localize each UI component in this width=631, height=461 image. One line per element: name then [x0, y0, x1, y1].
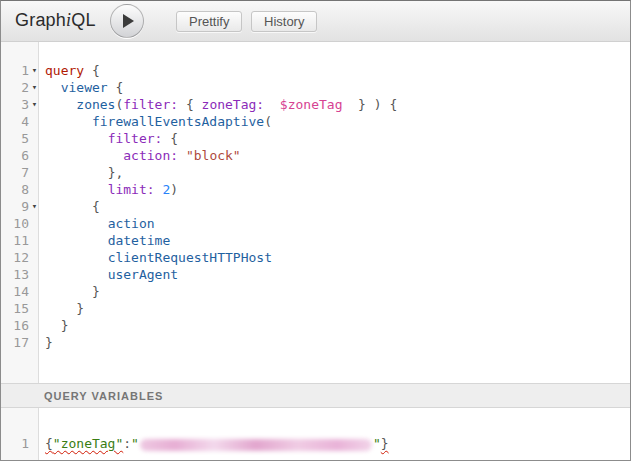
fold-gutter-spacer	[29, 435, 40, 452]
fold-arrow-icon[interactable]: ▾	[29, 198, 40, 215]
code-text: limit: 2)	[40, 181, 178, 198]
syntax-token: $zoneTag	[280, 97, 343, 112]
fold-gutter-spacer	[29, 317, 40, 334]
fold-gutter-spacer	[29, 232, 40, 249]
code-text: {"zoneTag":""}	[40, 435, 389, 452]
fold-arrow-icon[interactable]: ▾	[29, 79, 40, 96]
graphiql-window: GraphiQL Prettify History 1▾query {2▾ vi…	[0, 0, 631, 461]
syntax-token: viewer	[61, 80, 108, 95]
code-line: 11 datetime	[1, 232, 630, 249]
variables-line-number-gutter	[1, 408, 39, 460]
code-line: 7 },	[1, 164, 630, 181]
syntax-token	[45, 80, 61, 95]
line-number: 7	[1, 164, 29, 181]
syntax-token	[45, 267, 108, 282]
code-text: }	[40, 283, 100, 300]
fold-arrow-icon[interactable]: ▾	[29, 62, 40, 79]
syntax-token: "zoneTag"	[53, 436, 123, 451]
syntax-token: {	[108, 80, 124, 95]
code-text: },	[40, 164, 123, 181]
syntax-token: action:	[123, 148, 178, 163]
execute-query-button[interactable]	[110, 4, 144, 38]
syntax-token	[45, 199, 92, 214]
line-number: 3	[1, 96, 29, 113]
line-number: 6	[1, 147, 29, 164]
syntax-token	[45, 165, 108, 180]
syntax-token: {	[162, 131, 178, 146]
syntax-token	[45, 301, 76, 316]
play-icon	[123, 14, 134, 28]
code-text: action	[40, 215, 155, 232]
code-line: 2▾ viewer {	[1, 79, 630, 96]
line-number: 5	[1, 130, 29, 147]
line-number: 14	[1, 283, 29, 300]
fold-gutter-spacer	[29, 334, 40, 351]
syntax-token: filter:	[123, 97, 178, 112]
syntax-token	[45, 182, 108, 197]
syntax-token: action	[108, 216, 155, 231]
line-number: 1	[1, 62, 29, 79]
syntax-token	[45, 318, 61, 333]
syntax-token: clientRequestHTTPHost	[108, 250, 272, 265]
syntax-token: userAgent	[108, 267, 178, 282]
syntax-token: zones	[76, 97, 115, 112]
code-text: userAgent	[40, 266, 178, 283]
line-number: 2	[1, 79, 29, 96]
syntax-token	[45, 114, 92, 129]
syntax-token: {	[178, 97, 201, 112]
fold-gutter-spacer	[29, 215, 40, 232]
variables-editor[interactable]: 1{"zoneTag":""}	[1, 408, 630, 460]
line-number: 16	[1, 317, 29, 334]
syntax-token: }	[92, 284, 100, 299]
logo-text-pre: Graph	[15, 10, 66, 30]
code-line: 1▾query {	[1, 62, 630, 79]
query-variables-title: QUERY VARIABLES	[44, 390, 163, 402]
fold-gutter-spacer	[29, 283, 40, 300]
syntax-token: }	[45, 335, 53, 350]
line-number: 11	[1, 232, 29, 249]
syntax-token: firewallEventsAdaptive	[92, 114, 264, 129]
syntax-token: {	[45, 436, 53, 451]
syntax-token: limit:	[108, 182, 155, 197]
graphiql-logo: GraphiQL	[15, 10, 96, 31]
query-editor[interactable]: 1▾query {2▾ viewer {3▾ zones(filter: { z…	[1, 42, 630, 383]
query-variables-header[interactable]: QUERY VARIABLES	[1, 383, 630, 408]
code-text: }	[40, 300, 84, 317]
syntax-token: )	[170, 182, 178, 197]
syntax-token: query	[45, 63, 84, 78]
line-number: 9	[1, 198, 29, 215]
syntax-token	[45, 148, 123, 163]
code-line: 4 firewallEventsAdaptive(	[1, 113, 630, 130]
code-text: filter: {	[40, 130, 178, 147]
redacted-value-blur	[140, 439, 372, 451]
fold-arrow-icon[interactable]: ▾	[29, 96, 40, 113]
syntax-token	[264, 97, 280, 112]
fold-gutter-spacer	[29, 249, 40, 266]
fold-gutter-spacer	[29, 300, 40, 317]
syntax-token: "	[131, 436, 139, 451]
syntax-token: },	[108, 165, 124, 180]
code-text: viewer {	[40, 79, 123, 96]
code-text: }	[40, 317, 68, 334]
code-line: 13 userAgent	[1, 266, 630, 283]
line-number: 15	[1, 300, 29, 317]
line-number: 4	[1, 113, 29, 130]
syntax-token	[45, 233, 108, 248]
code-line: 16 }	[1, 317, 630, 334]
code-text: query {	[40, 62, 100, 79]
fold-gutter-spacer	[29, 130, 40, 147]
code-line: 1{"zoneTag":""}	[1, 435, 630, 452]
syntax-token	[45, 284, 92, 299]
prettify-button[interactable]: Prettify	[176, 11, 242, 32]
line-number: 8	[1, 181, 29, 198]
syntax-token: }	[61, 318, 69, 333]
line-number: 10	[1, 215, 29, 232]
fold-gutter-spacer	[29, 147, 40, 164]
syntax-token	[45, 216, 108, 231]
history-button[interactable]: History	[251, 11, 317, 32]
fold-gutter-spacer	[29, 181, 40, 198]
code-line: 6 action: "block"	[1, 147, 630, 164]
code-text: datetime	[40, 232, 170, 249]
fold-gutter-spacer	[29, 113, 40, 130]
code-line: 5 filter: {	[1, 130, 630, 147]
